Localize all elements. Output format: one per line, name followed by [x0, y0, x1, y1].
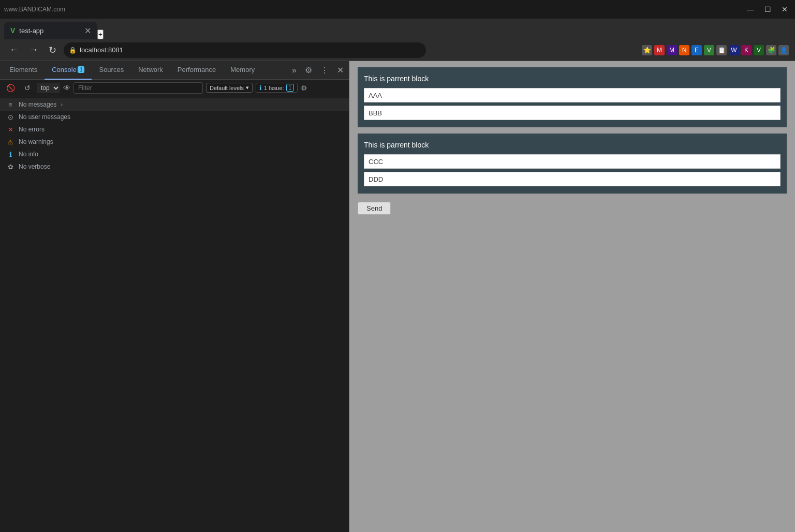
tab-sources[interactable]: Sources [92, 61, 131, 80]
more-tabs-button[interactable]: » [289, 64, 300, 77]
issue-info-icon: ℹ [259, 84, 262, 92]
parent-block-1: This is parrent block [358, 67, 787, 127]
filter-input[interactable] [73, 82, 203, 94]
new-tab-button[interactable]: + [97, 29, 104, 39]
messages-icon: ≡ [6, 100, 14, 109]
clear-console-button[interactable]: 🚫 [3, 83, 18, 93]
devtools-more-button[interactable]: ⋮ [317, 63, 332, 77]
extensions-area: ⭐ M M N E V 📋 W K V 🧩 👤 [642, 45, 789, 55]
error-icon: ✕ [6, 125, 14, 134]
issue-count-badge: 1 [286, 84, 295, 92]
devtools-panel: Elements Console 1 Sources Network Perfo… [0, 61, 349, 532]
devtools-settings-button[interactable]: ⚙ [302, 63, 315, 77]
console-toolbar: 🚫 ↺ top 👁 Default levels ▾ ℹ 1 Issue: 1 … [0, 80, 349, 96]
tab-network-label: Network [138, 66, 163, 73]
default-levels-selector[interactable]: Default levels ▾ [206, 83, 253, 93]
devtools-tab-actions: » ⚙ ⋮ ✕ [289, 63, 347, 77]
no-errors-label: No errors [19, 126, 45, 133]
context-selector[interactable]: top [37, 83, 60, 93]
issue-label: 1 Issue: [264, 85, 284, 91]
tab-network[interactable]: Network [131, 61, 170, 80]
ext-icon-6[interactable]: 📋 [716, 45, 727, 55]
ext-icon-8[interactable]: K [741, 45, 752, 55]
block1-input-bbb[interactable] [364, 106, 781, 120]
block2-input-ccc[interactable] [364, 154, 781, 169]
tab-close-button[interactable]: ✕ [84, 26, 91, 36]
send-button[interactable]: Send [358, 202, 391, 215]
console-settings-button[interactable]: ⚙ [301, 84, 307, 92]
tab-favicon: V [10, 26, 15, 35]
preview-content: This is parrent block This is parrent bl… [349, 61, 795, 532]
no-messages-label: No messages [19, 101, 56, 108]
no-verbose-label: No verbose [19, 163, 50, 170]
list-item-no-user-messages[interactable]: ⊙ No user messages [0, 111, 349, 123]
tab-performance[interactable]: Performance [170, 61, 223, 80]
tab-title: test-app [19, 27, 43, 35]
parent-block-2-title: This is parrent block [364, 141, 781, 149]
refresh-console-button[interactable]: ↺ [21, 83, 34, 93]
console-messages-panel: ≡ No messages › ⊙ No user messages ✕ No … [0, 96, 349, 532]
parent-block-1-title: This is parrent block [364, 75, 781, 83]
tab-console[interactable]: Console 1 [45, 61, 92, 80]
no-warnings-label: No warnings [19, 138, 53, 145]
devtools-close-button[interactable]: ✕ [334, 63, 347, 77]
back-button[interactable]: ← [6, 42, 22, 57]
ext-icon-puzzle[interactable]: 🧩 [766, 45, 776, 55]
ext-icon-9[interactable]: V [754, 45, 764, 55]
tab-elements[interactable]: Elements [2, 61, 45, 80]
issues-badge[interactable]: ℹ 1 Issue: 1 [256, 83, 298, 93]
title-bar: www.BANDICAM.com — ☐ ✕ [0, 0, 795, 19]
tab-console-label: Console [52, 66, 77, 73]
ext-icon-3[interactable]: M [667, 45, 677, 55]
tab-performance-label: Performance [178, 66, 216, 73]
verbose-icon: ✿ [6, 162, 14, 171]
block2-input-ddd[interactable] [364, 172, 781, 186]
list-item-no-warnings[interactable]: ⚠ No warnings [0, 136, 349, 148]
window-controls: — ☐ ✕ [744, 4, 791, 14]
browser-tab[interactable]: V test-app ✕ [4, 22, 97, 39]
warning-icon: ⚠ [6, 138, 14, 146]
ext-icon-4[interactable]: N [679, 45, 689, 55]
no-info-label: No info [19, 151, 38, 158]
main-content: Elements Console 1 Sources Network Perfo… [0, 61, 795, 532]
tab-memory-label: Memory [230, 66, 255, 73]
maximize-button[interactable]: ☐ [761, 4, 774, 14]
user-icon: ⊙ [6, 113, 14, 121]
tab-memory[interactable]: Memory [223, 61, 262, 80]
no-user-messages-label: No user messages [19, 113, 70, 121]
block1-input-aaa[interactable] [364, 88, 781, 102]
ext-icon-person[interactable]: 👤 [778, 45, 789, 55]
ext-icon-2[interactable]: M [654, 45, 665, 55]
default-levels-label: Default levels [210, 85, 244, 91]
browser-window: www.BANDICAM.com — ☐ ✕ V test-app ✕ + ← … [0, 0, 795, 61]
website-preview: This is parrent block This is parrent bl… [349, 61, 795, 532]
nav-bar: ← → ↻ 🔒 localhost:8081 ⭐ M M N E V 📋 W K… [0, 39, 795, 61]
parent-block-2: This is parrent block [358, 134, 787, 194]
lock-icon: 🔒 [69, 47, 77, 54]
list-item-no-messages[interactable]: ≡ No messages › [0, 98, 349, 111]
forward-button[interactable]: → [26, 42, 41, 57]
reload-button[interactable]: ↻ [46, 42, 60, 58]
ext-icon-5[interactable]: E [691, 45, 702, 55]
address-text: localhost:8081 [80, 46, 123, 54]
ext-icon-1[interactable]: ⭐ [642, 45, 652, 55]
minimize-button[interactable]: — [744, 4, 757, 14]
list-item-no-info[interactable]: ℹ No info [0, 148, 349, 160]
arrow-right-icon: › [61, 101, 63, 108]
list-item-no-verbose[interactable]: ✿ No verbose [0, 160, 349, 173]
title-bar-text: www.BANDICAM.com [4, 6, 740, 13]
tab-sources-label: Sources [99, 66, 124, 73]
ext-icon-7[interactable]: W [729, 45, 739, 55]
tab-bar: V test-app ✕ + [0, 19, 795, 39]
close-window-button[interactable]: ✕ [778, 4, 791, 14]
chevron-down-icon: ▾ [246, 84, 249, 91]
tab-elements-label: Elements [9, 66, 37, 73]
address-bar[interactable]: 🔒 localhost:8081 [64, 42, 426, 58]
eye-button[interactable]: 👁 [63, 84, 70, 92]
info-icon: ℹ [6, 150, 14, 158]
ext-icon-green[interactable]: V [704, 45, 714, 55]
list-item-no-errors[interactable]: ✕ No errors [0, 123, 349, 136]
devtools-tab-bar: Elements Console 1 Sources Network Perfo… [0, 61, 349, 80]
console-badge: 1 [78, 66, 85, 73]
